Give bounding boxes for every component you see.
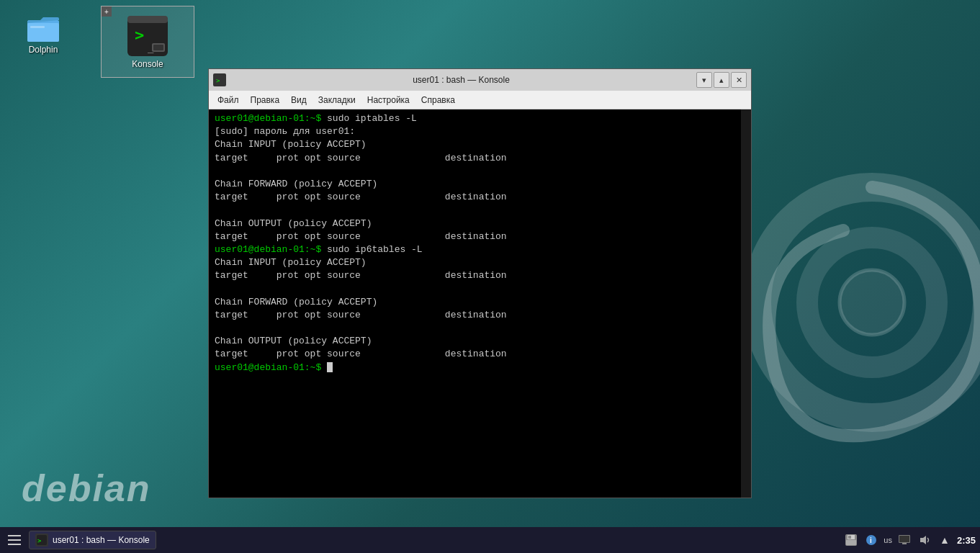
menu-view[interactable]: Вид [285, 94, 313, 107]
menu-edit[interactable]: Правка [245, 94, 286, 107]
close-button[interactable]: ✕ [731, 72, 747, 88]
term-line-17 [215, 322, 745, 335]
terminal-title: user01 : bash — Konsole [229, 75, 693, 85]
expand-tray-icon[interactable]: ▲ [937, 532, 953, 548]
minimize-button[interactable]: ▾ [696, 72, 712, 88]
dolphin-label: Dolphin [29, 45, 58, 55]
taskbar-konsole-button[interactable]: > user01 : bash — Konsole [29, 531, 156, 549]
svg-text:i: i [870, 536, 872, 544]
term-line-16: target prot opt source destination [215, 309, 745, 322]
monitor-icon [899, 535, 910, 545]
term-line-20: user01@debian-01:~$ [215, 361, 745, 374]
term-line-19: target prot opt source destination [215, 348, 745, 361]
term-line-6: Chain FORWARD (policy ACCEPT) [215, 178, 745, 191]
term-line-7: target prot opt source destination [215, 191, 745, 204]
term-line-2: [sudo] пароль для user01: [215, 125, 745, 138]
term-line-8 [215, 204, 745, 217]
term-line-10: target prot opt source destination [215, 230, 745, 243]
info-tray-icon[interactable]: i [863, 532, 879, 548]
svg-point-2 [840, 270, 904, 335]
taskbar-app-label: user01 : bash — Konsole [53, 535, 150, 545]
desktop-icon-dolphin[interactable]: Dolphin [14, 7, 72, 58]
term-line-13: target prot opt source destination [215, 269, 745, 282]
term-line-3: Chain INPUT (policy ACCEPT) [215, 138, 745, 151]
term-line-12: Chain INPUT (policy ACCEPT) [215, 256, 745, 269]
dolphin-folder-icon [26, 10, 60, 45]
desktop: Dolphin + > _ Konsole > user01 : ba [0, 0, 980, 553]
term-line-4: target prot opt source destination [215, 152, 745, 165]
svg-rect-22 [848, 536, 851, 539]
display-tray-icon[interactable] [896, 532, 912, 548]
svg-marker-29 [920, 536, 926, 544]
svg-rect-27 [899, 536, 909, 542]
term-line-14 [215, 282, 745, 295]
volume-icon [919, 534, 930, 546]
svg-text:>: > [216, 77, 220, 84]
taskbar-konsole-icon: > [35, 534, 48, 547]
language-indicator[interactable]: us [884, 536, 892, 544]
term-line-5 [215, 165, 745, 178]
term-line-9: Chain OUTPUT (policy ACCEPT) [215, 217, 745, 230]
svg-rect-12 [153, 45, 163, 50]
menu-bookmarks[interactable]: Закладки [313, 94, 361, 107]
svg-rect-23 [846, 540, 856, 545]
restore-button[interactable]: ▴ [714, 72, 729, 88]
svg-text:>: > [37, 537, 42, 544]
term-line-11: user01@debian-01:~$ sudo ip6tables -L [215, 243, 745, 256]
svg-rect-5 [27, 23, 59, 42]
svg-text:>: > [135, 26, 144, 44]
debian-brand-text: debian [22, 467, 151, 510]
terminal-title-icon: > [213, 73, 226, 86]
menu-file[interactable]: Файл [212, 94, 245, 107]
term-line-15: Chain FORWARD (policy ACCEPT) [215, 296, 745, 309]
term-line-18: Chain OUTPUT (policy ACCEPT) [215, 335, 745, 348]
floppy-icon [845, 534, 857, 546]
desktop-icon-konsole[interactable]: > _ Konsole [119, 10, 176, 72]
volume-tray-icon[interactable] [917, 532, 932, 548]
info-icon: i [866, 534, 877, 546]
svg-rect-16 [8, 539, 21, 541]
save-tray-icon[interactable] [843, 532, 859, 548]
start-button[interactable] [4, 530, 24, 550]
hamburger-icon [8, 535, 21, 545]
terminal-window: > user01 : bash — Konsole ▾ ▴ ✕ Файл Пра… [208, 68, 752, 498]
svg-rect-17 [8, 544, 21, 545]
konsole-app-icon: > _ [125, 13, 171, 59]
konsole-label: Konsole [132, 59, 163, 69]
swirl-svg [728, 144, 980, 504]
term-line-1: user01@debian-01:~$ sudo iptables -L [215, 112, 745, 125]
terminal-scrollbar[interactable] [741, 109, 751, 498]
title-controls: ▾ ▴ ✕ [696, 72, 747, 88]
taskbar: > user01 : bash — Konsole i [0, 527, 980, 553]
taskbar-clock: 2:35 [957, 535, 976, 546]
svg-rect-8 [127, 16, 168, 23]
menu-settings[interactable]: Настройка [361, 94, 415, 107]
terminal-titlebar: > user01 : bash — Konsole ▾ ▴ ✕ [209, 69, 751, 91]
add-badge: + [102, 6, 112, 17]
terminal-menubar: Файл Правка Вид Закладки Настройка Справ… [209, 91, 751, 109]
svg-rect-28 [902, 543, 907, 544]
taskbar-tray: i us ▲ 2:35 [843, 532, 976, 548]
svg-rect-6 [30, 26, 45, 28]
menu-help[interactable]: Справка [415, 94, 461, 107]
svg-rect-15 [8, 535, 21, 536]
terminal-content[interactable]: user01@debian-01:~$ sudo iptables -L [su… [209, 109, 751, 498]
